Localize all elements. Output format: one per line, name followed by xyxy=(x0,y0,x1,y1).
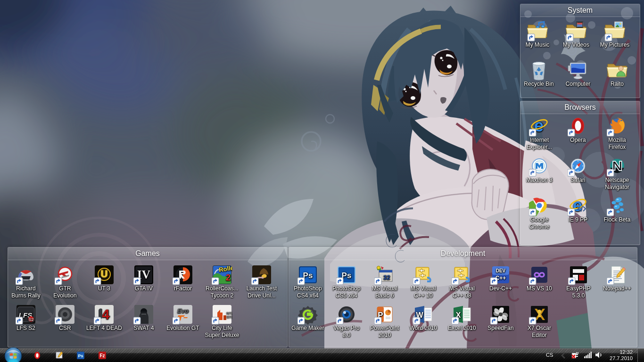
svg-text:S2: S2 xyxy=(28,317,33,322)
svg-text:STO: STO xyxy=(226,315,232,319)
svg-text:4: 4 xyxy=(102,306,110,322)
svg-text:32: 32 xyxy=(383,274,390,281)
svg-text:Ps: Ps xyxy=(78,354,83,358)
svg-text:DEV: DEV xyxy=(496,268,506,273)
svg-text:Evo: Evo xyxy=(177,307,189,314)
svg-text:2: 2 xyxy=(226,273,231,282)
svg-text:Fz: Fz xyxy=(99,353,105,358)
